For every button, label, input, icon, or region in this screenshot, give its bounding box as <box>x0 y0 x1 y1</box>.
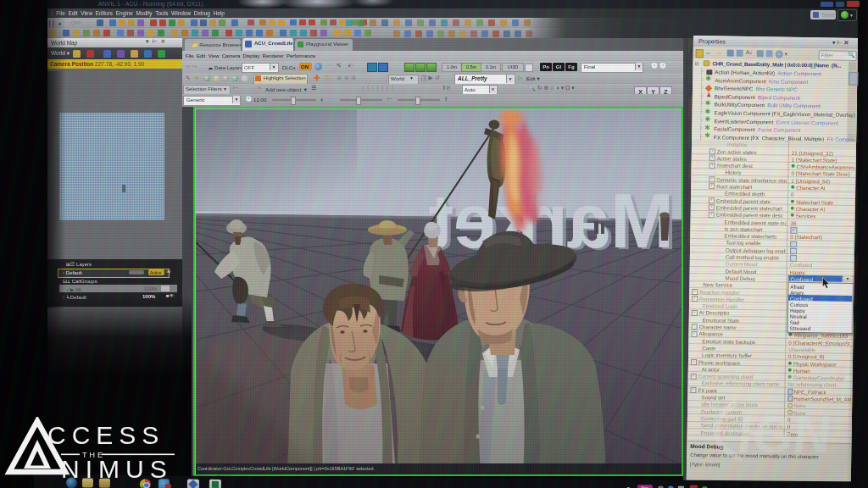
svg-text:NIMUS: NIMUS <box>61 455 173 481</box>
svg-text:IGN: IGN <box>735 405 834 463</box>
svg-text:CCESS: CCESS <box>47 421 164 449</box>
